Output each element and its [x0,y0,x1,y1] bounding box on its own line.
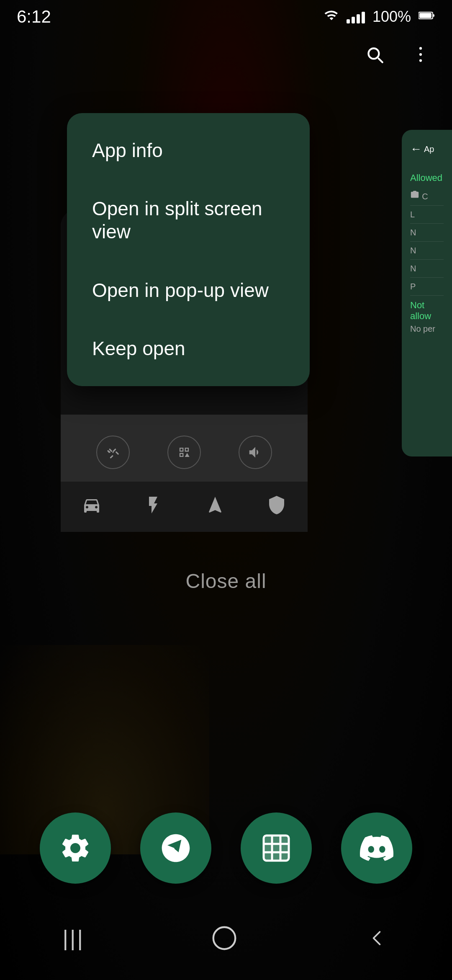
svg-point-4 [419,53,422,56]
context-menu-item-popup-view[interactable]: Open in pop-up view [67,261,310,320]
search-button[interactable] [360,40,389,69]
car-tab-navigation[interactable] [205,495,225,519]
svg-rect-1 [419,13,431,18]
perm-bell: N [410,260,444,278]
status-time: 6:12 [17,7,51,27]
more-options-button[interactable] [406,40,435,69]
dock-sheets-icon[interactable] [241,812,312,884]
car-horn-button[interactable] [239,436,272,469]
svg-rect-23 [264,836,289,861]
dock [0,812,452,884]
context-menu: App info Open in split screen view Open … [67,113,310,386]
car-fan-button[interactable] [96,436,130,469]
perm-picture: P [410,278,444,296]
svg-point-3 [419,47,422,49]
car-tab-car[interactable] [82,495,102,519]
perm-location: L [410,206,444,224]
dock-settings-icon[interactable] [40,812,111,884]
nav-back-button[interactable] [364,926,389,951]
context-menu-item-app-info[interactable]: App info [67,121,310,180]
car-tab-lightning[interactable] [143,495,163,519]
wifi-icon [324,8,339,26]
car-headlight-button[interactable] [167,436,201,469]
status-bar: 6:12 100% [0,0,452,34]
car-tab-shield[interactable] [267,495,287,519]
perm-diamond: N [410,242,444,260]
top-action-bar [0,34,452,75]
app-info-allowed-label: Allowed C L N N N P Not allow No per [406,168,448,338]
nav-recent-button[interactable]: ||| [63,926,85,951]
dock-discord-icon[interactable] [341,812,412,884]
dock-telegram-icon[interactable] [140,812,211,884]
car-bottom-controls [61,415,308,490]
perm-music: N [410,224,444,242]
app-info-panel: ← Ap Allowed C L N N N P Not allow No pe… [402,130,452,456]
status-icons: 100% [324,8,435,26]
context-menu-item-split-screen[interactable]: Open in split screen view [67,180,310,261]
nav-bar: ||| [0,896,452,980]
battery-icon [419,8,435,26]
car-tab-bar [61,482,308,532]
svg-rect-2 [433,14,434,17]
signal-icon [347,10,365,23]
battery-text: 100% [372,8,411,26]
svg-point-5 [419,59,422,62]
nav-home-button[interactable] [210,923,239,953]
close-all-button[interactable]: Close all [185,570,266,593]
context-menu-item-keep-open[interactable]: Keep open [67,320,310,378]
app-info-back-btn[interactable]: ← Ap [406,138,448,160]
perm-camera: C [410,187,444,206]
svg-rect-28 [213,927,236,949]
